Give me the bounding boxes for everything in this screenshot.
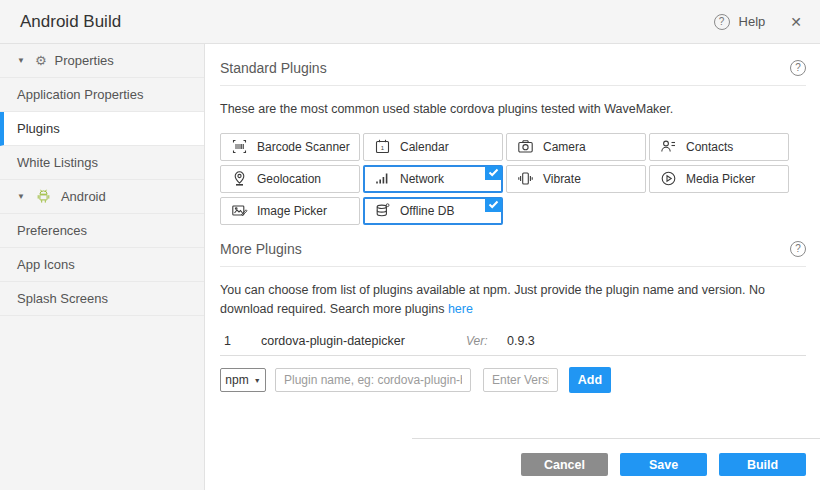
main-content: Standard Plugins ? These are the most co… <box>206 44 820 490</box>
plugin-label: Camera <box>543 140 586 154</box>
chevron-down-icon: ▼ <box>254 377 261 384</box>
plugin-row-version-label: Ver: <box>466 334 507 348</box>
standard-plugins-header: Standard Plugins ? <box>220 44 806 86</box>
plugin-contacts[interactable]: Contacts <box>649 133 789 161</box>
sidebar-item-splash-screens[interactable]: Splash Screens <box>0 282 204 316</box>
camera-icon <box>516 138 534 155</box>
sidebar: ▼ ⚙ Properties Application Properties Pl… <box>0 44 205 490</box>
chevron-down-icon: ▼ <box>17 56 25 65</box>
gear-icon: ⚙ <box>35 54 47 67</box>
barcode-scanner-icon <box>230 138 248 155</box>
sidebar-item-label: Splash Screens <box>17 291 108 306</box>
sidebar-group-properties[interactable]: ▼ ⚙ Properties <box>0 44 204 78</box>
sidebar-item-label: Plugins <box>17 121 60 136</box>
plugin-camera[interactable]: Camera <box>506 133 646 161</box>
chevron-down-icon: ▼ <box>17 192 25 201</box>
checkbox-checked-icon <box>485 198 502 212</box>
more-plugins-description-text: You can choose from list of plugins avai… <box>220 283 765 316</box>
registry-selected-value: npm <box>225 373 248 387</box>
android-robot-icon <box>35 189 53 204</box>
plugin-barcode-scanner[interactable]: Barcode Scanner <box>220 133 360 161</box>
sidebar-item-label: Android <box>61 189 106 204</box>
plugin-calendar[interactable]: 1 Calendar <box>363 133 503 161</box>
sidebar-item-preferences[interactable]: Preferences <box>0 214 204 248</box>
plugin-label: Barcode Scanner <box>257 140 350 154</box>
installed-plugin-row: 1 cordova-plugin-datepicker Ver: 0.9.3 <box>220 326 806 356</box>
more-plugins-title: More Plugins <box>220 241 302 257</box>
plugin-offline-db[interactable]: Offline DB <box>363 197 503 225</box>
standard-plugins-title: Standard Plugins <box>220 60 327 76</box>
save-button[interactable]: Save <box>620 453 707 476</box>
sidebar-item-label: Preferences <box>17 223 87 238</box>
network-signal-icon <box>373 170 391 187</box>
plugin-label: Vibrate <box>543 172 581 186</box>
plugin-label: Network <box>400 172 444 186</box>
sidebar-group-android[interactable]: ▼ Android <box>0 180 204 214</box>
plugin-version-input[interactable] <box>483 368 558 392</box>
standard-plugins-grid: Barcode Scanner 1 Calendar Camera <box>220 133 806 225</box>
plugin-label: Image Picker <box>257 204 327 218</box>
plugin-label: Media Picker <box>686 172 755 186</box>
plugin-name-input[interactable] <box>275 368 471 392</box>
offline-db-icon <box>373 202 391 219</box>
page-title: Android Build <box>20 12 714 32</box>
more-plugins-header: More Plugins ? <box>220 225 806 267</box>
sidebar-item-app-icons[interactable]: App Icons <box>0 248 204 282</box>
sidebar-item-label: White Listings <box>17 155 98 170</box>
sidebar-item-label: Application Properties <box>17 87 143 102</box>
section-help-icon[interactable]: ? <box>790 241 806 257</box>
sidebar-item-plugins[interactable]: Plugins <box>0 112 204 146</box>
geolocation-icon <box>230 170 248 187</box>
plugin-label: Offline DB <box>400 204 454 218</box>
sidebar-item-label: Properties <box>55 53 114 68</box>
plugin-media-picker[interactable]: Media Picker <box>649 165 789 193</box>
plugin-row-name: cordova-plugin-datepicker <box>261 334 466 348</box>
sidebar-item-application-properties[interactable]: Application Properties <box>0 78 204 112</box>
titlebar-actions: ? Help ✕ <box>714 14 802 30</box>
title-bar: Android Build ? Help ✕ <box>0 0 820 44</box>
build-button[interactable]: Build <box>719 453 806 476</box>
add-plugin-button[interactable]: Add <box>569 367 611 393</box>
contacts-icon <box>659 138 677 155</box>
add-plugin-form: npm ▼ Add <box>220 367 806 393</box>
cancel-button[interactable]: Cancel <box>521 453 608 476</box>
more-plugins-description: You can choose from list of plugins avai… <box>220 281 806 319</box>
plugin-geolocation[interactable]: Geolocation <box>220 165 360 193</box>
checkbox-checked-icon <box>485 166 502 180</box>
calendar-day-number: 1 <box>380 145 384 151</box>
standard-plugins-description: These are the most common used stable co… <box>220 100 806 119</box>
plugin-network[interactable]: Network <box>363 165 503 193</box>
plugin-image-picker[interactable]: Image Picker <box>220 197 360 225</box>
section-help-icon[interactable]: ? <box>790 60 806 76</box>
plugin-label: Geolocation <box>257 172 321 186</box>
plugin-label: Calendar <box>400 140 449 154</box>
help-link[interactable]: Help <box>739 14 766 29</box>
image-picker-icon <box>230 202 248 219</box>
sidebar-item-label: App Icons <box>17 257 75 272</box>
close-icon[interactable]: ✕ <box>790 14 802 30</box>
registry-select[interactable]: npm ▼ <box>220 368 266 392</box>
plugin-row-version: 0.9.3 <box>507 334 535 348</box>
plugin-label: Contacts <box>686 140 733 154</box>
search-plugins-link[interactable]: here <box>448 302 473 316</box>
plugin-row-index: 1 <box>220 334 261 348</box>
calendar-icon: 1 <box>373 138 391 155</box>
footer-actions: Cancel Save Build <box>412 438 820 490</box>
help-icon[interactable]: ? <box>714 14 730 30</box>
media-picker-icon <box>659 170 677 187</box>
plugin-vibrate[interactable]: Vibrate <box>506 165 646 193</box>
sidebar-item-white-listings[interactable]: White Listings <box>0 146 204 180</box>
vibrate-icon <box>516 170 534 187</box>
